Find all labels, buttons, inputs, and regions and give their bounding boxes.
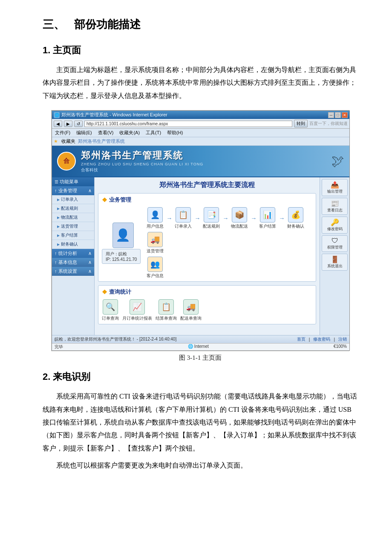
permission-icon: 🛡 — [323, 237, 346, 245]
flow-node-finance: 💰 财务确认 — [287, 207, 304, 229]
ie-status-zoom: €100% — [334, 344, 347, 350]
arrow-icon: ▶ — [57, 207, 60, 211]
sidebar-item-finance[interactable]: ▶ 财务确认 — [52, 240, 94, 249]
logistics-icon: 📦 — [232, 207, 247, 223]
globe-icon: 🌐 — [188, 344, 193, 349]
right-btn-output[interactable]: 📤 输出管理 — [322, 179, 348, 196]
header-decoration: 🕊 — [331, 154, 344, 168]
subsection2-para2: 系统也可以根据客户需要更改为来电时自动弹出订单录入页面。 — [43, 459, 358, 472]
ie-status-done: 完毕 — [55, 344, 63, 350]
stats-node-monthly-report: 📈 月订单统计报表 — [122, 299, 152, 321]
go-btn[interactable]: 转到 — [294, 120, 308, 127]
right-btn-log[interactable]: 📰 查看日志 — [322, 198, 348, 215]
app-header: 合 郑州洛书生产管理系统 ZHENG ZHOU LUO SHU SHENG CH… — [52, 146, 349, 177]
ie-status-internet: 🌐 Internet — [188, 344, 209, 350]
app-logo: 合 — [57, 152, 76, 171]
bottom-flow-row: 🚚 送货管理 — [147, 232, 304, 254]
sidebar-section-system[interactable]: ↑ 系统设置 ∧ — [52, 267, 94, 276]
subsection2-para1: 系统采用高可靠性的 CTI 设备来进行电话号码识别功能（需要电话线路具备来电显示… — [43, 390, 358, 455]
send-icon: 🚚 — [147, 232, 163, 247]
sidebar-item-logistics[interactable]: ▶ 物流配送 — [52, 213, 94, 222]
log-icon: 📰 — [323, 199, 346, 208]
stats-row: 🔍 订单查询 📈 月订单统计报表 📋 结算单查询 — [102, 299, 312, 321]
flow-user-avatar: 👤 用户：皖检 IP: 125.41.21.70 — [102, 223, 144, 264]
flow-section-stats-title: ❖ 查询统计 — [102, 288, 312, 296]
flow-section-business: ❖ 业务管理 👤 用户：皖检 IP: 125.41.21.70 — [98, 193, 316, 282]
delivery-rule-icon: 📑 — [204, 207, 219, 223]
monthly-report-icon: 📈 — [130, 299, 145, 315]
sidebar-item-customer-settle[interactable]: ▶ 客户结算 — [52, 231, 94, 240]
browser-menu-bar: 文件(F) 编辑(E) 查看(V) 收藏夹(A) 工具(T) 帮助(H) — [52, 129, 349, 137]
status-home-link[interactable]: 首页 — [297, 336, 306, 342]
close-btn[interactable]: ✕ — [342, 112, 348, 118]
arrow-icon: → — [279, 215, 285, 222]
status-left-text: 皖检，欢迎您登录郑州洛书生产管理系统！ - [2012-2-4 16:40:40… — [55, 336, 176, 342]
flow-node-settle: 📊 客户结算 — [259, 207, 276, 229]
flow-node-order: 📋 订单录入 — [175, 207, 192, 229]
status-separator: | — [309, 337, 310, 342]
flow-node-user-info: 👤 用户信息 — [147, 207, 164, 229]
figure-main-page: 🌐 郑州洛书生产管理系统 - Windows Internet Explorer… — [51, 110, 349, 351]
logout-icon: 🚪 — [323, 255, 346, 263]
right-btn-password[interactable]: 🔑 修改密码 — [322, 217, 348, 234]
delivery-query-icon: 🚚 — [183, 299, 199, 315]
sidebar-section-business[interactable]: ↑ 业务管理 ∧ — [52, 186, 94, 195]
stats-node-settle-query: 📋 结算单查询 — [156, 299, 177, 321]
subsection1-para1: 主页面上端为标题栏，显示系统项目名称；中间部分为具体内容栏，左侧为导航栏，主页面… — [43, 64, 358, 102]
sidebar-item-order-entry[interactable]: ▶ 订单录入 — [52, 195, 94, 204]
refresh-btn[interactable]: ↺ — [74, 121, 83, 127]
favorites-label: 收藏夹 — [61, 138, 75, 145]
subsection2-title: 2. 来电识别 — [43, 370, 358, 383]
favorites-icon: ★ — [54, 139, 58, 144]
address-bar[interactable] — [84, 121, 292, 127]
browser-titlebar: 🌐 郑州洛书生产管理系统 - Windows Internet Explorer… — [52, 111, 349, 119]
arrow-icon: ▶ — [57, 225, 60, 228]
password-icon: 🔑 — [323, 218, 346, 226]
order-icon: 📋 — [176, 207, 191, 223]
right-btn-permission[interactable]: 🛡 权限管理 — [322, 235, 348, 252]
sidebar-item-delivery-rule[interactable]: ▶ 配送规则 — [52, 204, 94, 213]
stats-node-order-query: 🔍 订单查询 — [102, 299, 119, 321]
favorites-item[interactable]: 郑州洛书生产管理系统 — [78, 138, 125, 145]
menu-view[interactable]: 查看(V) — [97, 129, 115, 136]
sidebar-item-delivery-mgmt[interactable]: ▶ 送货管理 — [52, 222, 94, 231]
back-btn[interactable]: ◀ — [54, 121, 62, 127]
menu-file[interactable]: 文件(F) — [54, 129, 72, 136]
arrow-icon: → — [251, 215, 257, 222]
settle-icon: 📊 — [260, 207, 275, 223]
app-status-bar: 皖检，欢迎您登录郑州洛书生产管理系统！ - [2012-2-4 16:40:40… — [52, 335, 349, 343]
sidebar-group-header: ☰ 功能菜单 — [52, 177, 94, 186]
browser-toolbar: ◀ ▶ ↺ 转到 百度一下，你就知道 — [52, 119, 349, 129]
minimize-btn[interactable]: ─ — [328, 112, 334, 118]
sidebar-menu-icon: ☰ — [55, 179, 58, 184]
sidebar-section-basic[interactable]: ↑ 基本信息 ∧ — [52, 258, 94, 267]
menu-favorites[interactable]: 收藏夹(A) — [118, 129, 141, 136]
menu-tools[interactable]: 工具(T) — [144, 129, 162, 136]
forward-btn[interactable]: ▶ — [64, 121, 72, 127]
settle-query-icon: 📋 — [159, 299, 174, 315]
user-info-display: 用户：皖检 IP: 125.41.21.70 — [102, 249, 141, 264]
subsection1-title: 1. 主页面 — [43, 44, 358, 57]
status-password-link[interactable]: 修改密码 — [313, 336, 330, 342]
arrow-icon: ▶ — [57, 234, 60, 237]
status-right-area: 首页 | 修改密码 | 注销 — [297, 336, 347, 342]
menu-edit[interactable]: 编辑(E) — [75, 129, 93, 136]
person-avatar-icon: 👤 — [112, 223, 134, 248]
maximize-btn[interactable]: □ — [335, 112, 341, 118]
sidebar-section-stats[interactable]: ↑ 统计分析 ∧ — [52, 249, 94, 258]
browser-icon: 🌐 — [54, 112, 60, 118]
flow-node-logistics: 📦 物流配送 — [231, 207, 248, 229]
app-content-area: ☰ 功能菜单 ↑ 业务管理 ∧ ▶ 订单录入 ▶ 配送规则 — [52, 177, 349, 335]
stats-node-delivery-query: 🚚 配送单查询 — [180, 299, 202, 321]
order-query-icon: 🔍 — [103, 299, 118, 315]
status-logout-link[interactable]: 注销 — [338, 336, 347, 342]
customer-flow-row: 👥 客户信息 — [147, 257, 304, 279]
menu-help[interactable]: 帮助(H) — [166, 129, 184, 136]
flow-node-customer-info: 👥 客户信息 — [147, 257, 164, 279]
right-btn-logout[interactable]: 🚪 系统退出 — [322, 254, 348, 271]
zoom-display: 百度一下，你就知道 — [309, 121, 348, 127]
top-flow-row: 👤 用户信息 → 📋 订单录入 → — [147, 207, 304, 229]
arrow-icon: ▶ — [57, 243, 60, 246]
right-panel: 📤 输出管理 📰 查看日志 🔑 修改密码 🛡 权限管理 — [320, 177, 349, 335]
main-flow-panel: 郑州洛书生产管理系统主要流程 ❖ 业务管理 👤 用户：皖 — [95, 177, 320, 335]
